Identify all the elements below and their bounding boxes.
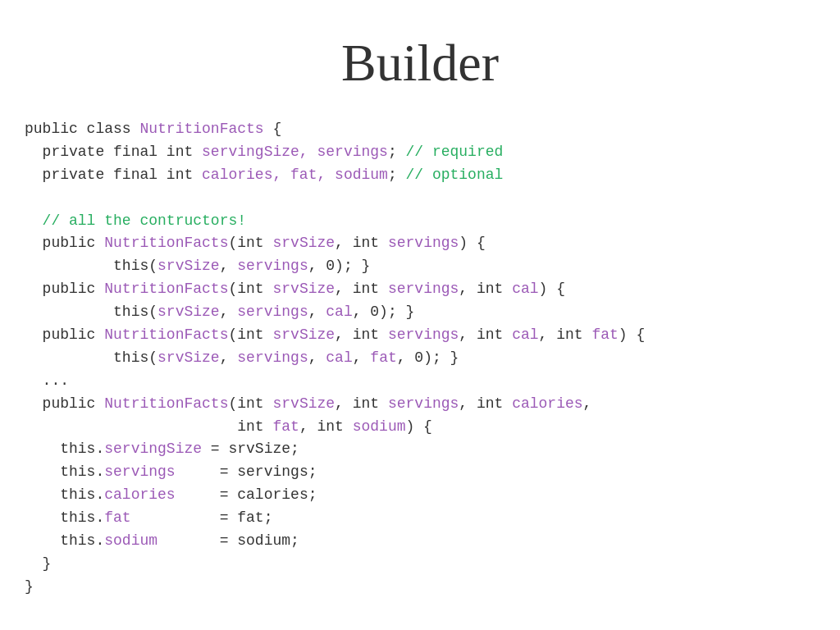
- code-block: public class NutritionFacts { private fi…: [0, 118, 840, 599]
- code-content: public class NutritionFacts { private fi…: [25, 118, 840, 599]
- page-title: Builder: [0, 0, 840, 118]
